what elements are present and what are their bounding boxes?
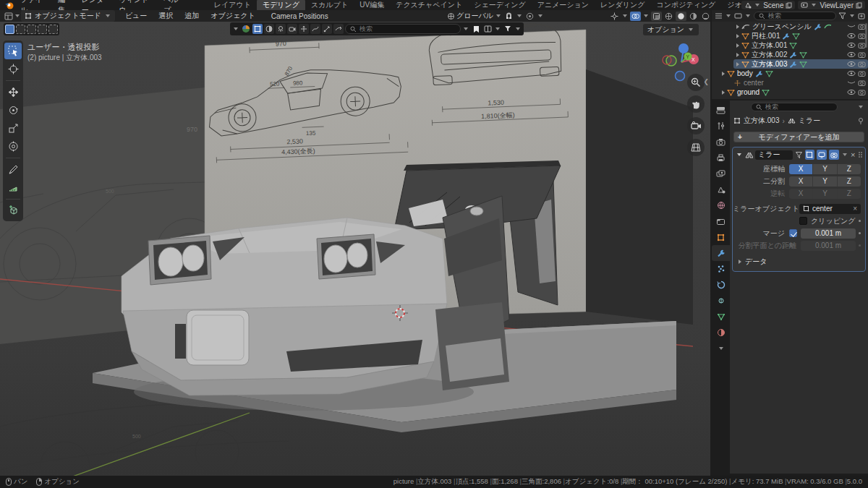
tab-render[interactable] xyxy=(712,134,730,150)
select-mode-extend[interactable] xyxy=(16,25,25,34)
modifier-delete-icon[interactable]: × xyxy=(851,150,855,159)
mesh-data-icon[interactable] xyxy=(799,61,807,68)
vertex-group-funnel-icon[interactable] xyxy=(795,151,802,159)
eye-icon[interactable] xyxy=(847,70,856,77)
mesh-data-icon[interactable] xyxy=(762,89,770,96)
properties-tabs-overflow-icon[interactable] xyxy=(712,341,730,356)
animate-dot[interactable] xyxy=(859,220,861,222)
mesh-data-icon[interactable] xyxy=(765,70,773,77)
chevron-down-icon[interactable] xyxy=(516,27,520,30)
sidebar-toggle-icon[interactable]: ❮ xyxy=(703,78,709,85)
blender-logo-icon[interactable] xyxy=(4,1,14,9)
editor-type-icon[interactable] xyxy=(3,12,14,21)
clipping-checkbox[interactable] xyxy=(799,217,807,225)
menu-object[interactable]: オブジェクト xyxy=(205,11,260,21)
shading-material-icon[interactable] xyxy=(688,12,699,21)
eye-closed-icon[interactable] xyxy=(847,23,856,30)
camera-render-icon[interactable] xyxy=(858,70,866,77)
orientation-label[interactable]: グローバル xyxy=(456,11,493,21)
tool-annotate[interactable] xyxy=(4,161,22,178)
falloff-sphere-icon[interactable] xyxy=(241,24,251,34)
breadcrumb-object[interactable]: 立方体.003 xyxy=(744,116,779,126)
gizmo-z-neg[interactable] xyxy=(676,72,685,81)
clear-object-icon[interactable]: × xyxy=(853,205,857,213)
modifier-wrench-icon[interactable] xyxy=(814,23,822,30)
pan-button[interactable] xyxy=(687,95,705,113)
toggle-render-display[interactable] xyxy=(829,150,839,160)
axis-y-button[interactable]: Y xyxy=(813,164,837,174)
tool-measure[interactable] xyxy=(4,179,22,196)
viewport-3d[interactable]: 970 520 500 520 500 xyxy=(0,22,710,476)
filter-icon[interactable] xyxy=(838,12,846,20)
expand-icon[interactable] xyxy=(722,72,725,76)
axis-z-button[interactable]: Z xyxy=(838,164,861,174)
zoom-button[interactable] xyxy=(687,74,705,91)
tool-transform[interactable] xyxy=(4,138,22,155)
outliner-row-cube-003[interactable]: 立方体.003 xyxy=(712,59,868,69)
bisect-y-button[interactable]: Y xyxy=(813,176,837,187)
select-mode-set[interactable] xyxy=(5,25,14,34)
data-subpanel[interactable]: データ xyxy=(733,252,865,267)
mirror-object-field[interactable]: center × xyxy=(799,204,861,214)
editor-type-properties-icon[interactable] xyxy=(712,102,730,118)
toggle-realtime-display[interactable] xyxy=(817,150,827,160)
mesh-data-icon[interactable] xyxy=(792,33,800,40)
outliner-row-cylinder-001[interactable]: 円柱.001 xyxy=(712,31,868,40)
select-mode-invert[interactable] xyxy=(38,25,47,34)
tab-modifiers[interactable] xyxy=(712,245,730,261)
gizmo-z-axis[interactable] xyxy=(678,43,689,53)
expand-icon[interactable] xyxy=(736,53,739,57)
tool-move[interactable] xyxy=(4,84,22,100)
tab-scene[interactable] xyxy=(712,181,730,197)
tab-physics[interactable] xyxy=(712,277,730,293)
outliner-row-ground[interactable]: ground xyxy=(712,87,868,97)
menu-add[interactable]: 追加 xyxy=(179,11,205,21)
mesh-data-icon[interactable] xyxy=(789,42,797,49)
menu-select[interactable]: 選択 xyxy=(153,11,179,21)
proportional-editing-icon[interactable] xyxy=(524,12,535,21)
animate-dot[interactable] xyxy=(859,232,861,234)
filter-funnel-icon[interactable] xyxy=(503,24,513,34)
menu-camera-positions[interactable]: Camera Positions xyxy=(265,12,334,20)
add-modifier-button[interactable]: + モディファイアーを追加 xyxy=(733,132,864,142)
toggle-editmode-display[interactable] xyxy=(805,150,815,160)
outliner-row-center[interactable]: center xyxy=(712,78,868,87)
menu-view[interactable]: ビュー xyxy=(119,11,153,21)
camera-render-icon[interactable] xyxy=(858,61,866,67)
drag-handle-icon[interactable] xyxy=(858,151,862,158)
expand-icon[interactable] xyxy=(736,25,739,29)
copy-icon[interactable] xyxy=(786,2,792,9)
axis-x-button[interactable]: X xyxy=(789,164,813,174)
outliner-row-grease-pencil[interactable]: グリースペンシル xyxy=(712,22,868,31)
flip-x-button[interactable]: X xyxy=(789,189,813,199)
filter-sphere-icon[interactable] xyxy=(264,24,274,34)
tab-material[interactable] xyxy=(712,325,730,341)
filter-camera-icon[interactable] xyxy=(287,24,297,34)
select-mode-subtract[interactable] xyxy=(27,25,36,34)
eye-icon[interactable] xyxy=(847,51,856,58)
expand-icon[interactable] xyxy=(736,43,739,48)
perspective-toggle-button[interactable] xyxy=(687,139,705,156)
modifier-wrench-icon[interactable] xyxy=(755,70,763,77)
shading-solid-icon[interactable] xyxy=(676,12,686,21)
tool-select-box[interactable] xyxy=(4,43,22,59)
outliner-filter-collection-icon[interactable] xyxy=(734,12,742,20)
properties-search-input[interactable]: 検索 xyxy=(751,103,838,111)
outliner-row-body[interactable]: body xyxy=(712,69,868,78)
tab-tool[interactable] xyxy=(712,118,730,134)
eye-icon[interactable] xyxy=(847,33,856,39)
modifier-extras-icon[interactable] xyxy=(843,153,847,156)
eye-closed-icon[interactable] xyxy=(847,80,856,86)
modifier-wrench-icon[interactable] xyxy=(789,51,797,59)
panel-collapse-icon[interactable] xyxy=(737,153,741,156)
outliner-display-mode-icon[interactable] xyxy=(715,12,723,20)
mode-selector[interactable]: オブジェクトモード xyxy=(21,10,115,22)
camera-render-icon[interactable] xyxy=(858,23,866,30)
tab-output[interactable] xyxy=(712,150,730,166)
shading-rendered-icon[interactable] xyxy=(700,12,711,21)
filter-grease-icon[interactable] xyxy=(333,24,344,34)
tool-add-cube[interactable] xyxy=(4,202,22,219)
scene-selector[interactable]: Scene xyxy=(741,1,795,9)
eye-icon[interactable] xyxy=(847,42,856,48)
flip-y-button[interactable]: Y xyxy=(813,189,837,199)
